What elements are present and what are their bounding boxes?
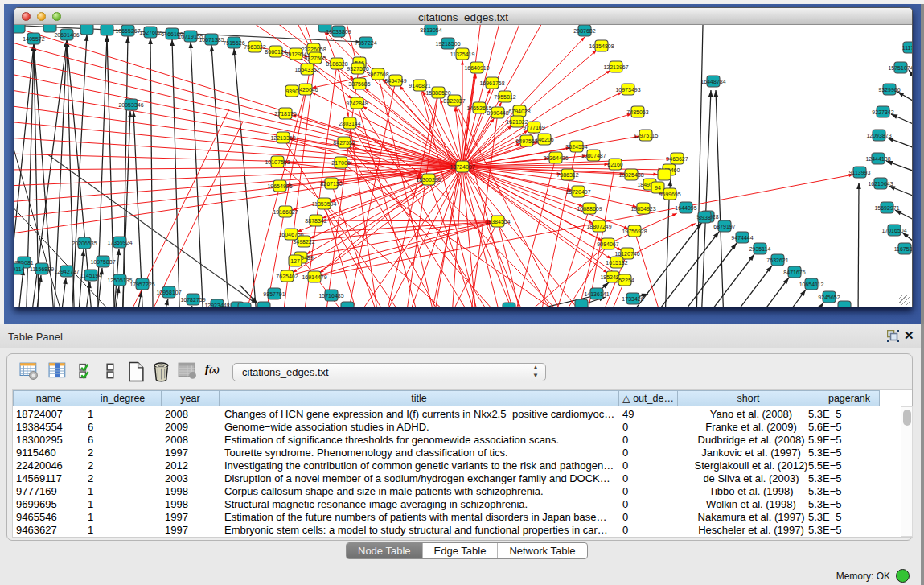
svg-text:10654112: 10654112 <box>799 282 824 287</box>
svg-text:1644095: 1644095 <box>675 205 696 211</box>
svg-text:10688609: 10688609 <box>577 206 602 212</box>
svg-text:3875685: 3875685 <box>348 81 370 87</box>
svg-text:6879197: 6879197 <box>713 224 735 229</box>
svg-text:12975115: 12975115 <box>634 133 659 138</box>
svg-text:10973493: 10973493 <box>615 87 640 93</box>
svg-text:19654925: 19654925 <box>267 183 292 189</box>
svg-text:14136141: 14136141 <box>584 291 609 297</box>
svg-text:20364436: 20364436 <box>543 155 568 161</box>
svg-text:7625402: 7625402 <box>276 274 298 279</box>
svg-text:8813054: 8813054 <box>420 27 441 33</box>
svg-text:2087682: 2087682 <box>573 28 595 34</box>
svg-text:15692971: 15692971 <box>874 205 899 211</box>
svg-text:8186328: 8186328 <box>326 61 347 67</box>
svg-text:19218506: 19218506 <box>435 41 460 47</box>
svg-text:62160: 62160 <box>607 162 623 167</box>
svg-text:2718176: 2718176 <box>274 111 296 117</box>
svg-text:12213967: 12213967 <box>603 64 628 70</box>
svg-text:252254: 252254 <box>615 278 634 283</box>
svg-text:8938: 8938 <box>698 215 711 220</box>
svg-text:16961758: 16961758 <box>479 80 504 86</box>
svg-text:15716485: 15716485 <box>318 293 343 299</box>
svg-text:17359924: 17359924 <box>107 240 132 245</box>
svg-text:10107553: 10107553 <box>265 159 290 165</box>
svg-text:19166827: 19166827 <box>273 209 298 215</box>
svg-text:7955812: 7955812 <box>494 94 515 100</box>
svg-text:19654923: 19654923 <box>630 206 655 212</box>
svg-text:7386312: 7386312 <box>556 172 578 178</box>
svg-text:9327505: 9327505 <box>304 56 326 61</box>
svg-text:18807249: 18807249 <box>586 224 611 229</box>
svg-text:12923448: 12923448 <box>204 303 229 308</box>
svg-text:16914479: 16914479 <box>302 274 326 280</box>
svg-text:11353594: 11353594 <box>312 201 337 207</box>
svg-text:10671385: 10671385 <box>199 37 224 43</box>
svg-text:19756928: 19756928 <box>622 229 647 234</box>
svg-text:12213369: 12213369 <box>270 135 295 141</box>
svg-text:9113993: 9113993 <box>849 170 871 175</box>
svg-text:217006: 217006 <box>331 160 350 166</box>
svg-text:16154808: 16154808 <box>589 43 614 49</box>
svg-text:9146821: 9146821 <box>409 83 430 89</box>
svg-text:8878342: 8878342 <box>305 218 326 224</box>
svg-text:8427552: 8427552 <box>333 140 355 146</box>
svg-text:1621022: 1621022 <box>506 119 528 125</box>
svg-text:9329966: 9329966 <box>878 87 900 93</box>
svg-text:10807487: 10807487 <box>581 153 606 159</box>
svg-text:11325419: 11325419 <box>450 51 475 57</box>
svg-text:6497568: 6497568 <box>515 138 537 144</box>
svg-text:2935114: 2935114 <box>749 246 771 252</box>
svg-text:10655267: 10655267 <box>115 28 140 34</box>
svg-text:8454749: 8454749 <box>384 78 406 84</box>
svg-text:16640910: 16640910 <box>464 65 489 71</box>
svg-text:8990448: 8990448 <box>487 110 508 116</box>
svg-text:9777169: 9777169 <box>523 125 544 130</box>
svg-text:127: 127 <box>290 258 300 264</box>
svg-text:12942737: 12942737 <box>54 269 79 274</box>
svg-text:9474444: 9474444 <box>731 235 753 241</box>
svg-text:39114: 39114 <box>14 266 25 272</box>
svg-text:10958107: 10958107 <box>156 290 181 295</box>
svg-text:2803144: 2803144 <box>339 121 360 126</box>
svg-text:11156829: 11156829 <box>30 266 54 272</box>
svg-text:8267130: 8267130 <box>320 181 342 187</box>
svg-text:10975887: 10975887 <box>90 259 115 265</box>
svg-text:23226058: 23226058 <box>301 47 326 52</box>
svg-text:8660124: 8660124 <box>265 49 286 55</box>
svg-text:1167533: 1167533 <box>894 246 912 252</box>
svg-text:8322037: 8322037 <box>443 98 465 104</box>
svg-text:20053346: 20053346 <box>118 102 143 108</box>
svg-text:8471676: 8471676 <box>783 270 805 275</box>
svg-text:16210643: 16210643 <box>868 181 893 187</box>
svg-text:9242848: 9242848 <box>346 101 368 106</box>
svg-text:7357224: 7357224 <box>355 40 376 46</box>
svg-text:20691406: 20691406 <box>54 32 79 38</box>
svg-text:17957225: 17957225 <box>129 282 154 287</box>
svg-text:7485063: 7485063 <box>626 109 648 115</box>
svg-text:16543362: 16543362 <box>294 67 319 72</box>
svg-text:1527602: 1527602 <box>139 30 161 35</box>
svg-text:18300295: 18300295 <box>416 177 441 183</box>
svg-text:7632621: 7632621 <box>766 257 788 263</box>
svg-text:12505135: 12505135 <box>107 278 132 283</box>
svg-text:16782759: 16782759 <box>180 297 205 303</box>
svg-text:12444138: 12444138 <box>865 156 890 162</box>
svg-text:16448784: 16448784 <box>700 79 725 84</box>
svg-text:10025438: 10025438 <box>618 172 643 178</box>
svg-text:1615132: 1615132 <box>606 260 627 266</box>
svg-text:7515526: 7515526 <box>223 40 244 46</box>
svg-text:2967608: 2967608 <box>367 72 388 77</box>
svg-text:17016504: 17016504 <box>881 228 906 233</box>
svg-text:3624554: 3624554 <box>565 144 587 150</box>
svg-text:9699695: 9699695 <box>659 192 680 197</box>
svg-text:7563822: 7563822 <box>244 44 265 50</box>
svg-text:20206535: 20206535 <box>72 241 97 246</box>
svg-text:16033809: 16033809 <box>326 29 351 35</box>
svg-text:11172: 11172 <box>902 45 912 51</box>
svg-text:9857791: 9857791 <box>263 291 285 297</box>
svg-text:94: 94 <box>655 185 661 191</box>
svg-text:1145194: 1145194 <box>80 273 102 278</box>
svg-text:9390: 9390 <box>285 89 298 94</box>
svg-text:3498222: 3498222 <box>293 239 314 245</box>
svg-text:15751074: 15751074 <box>888 65 912 71</box>
